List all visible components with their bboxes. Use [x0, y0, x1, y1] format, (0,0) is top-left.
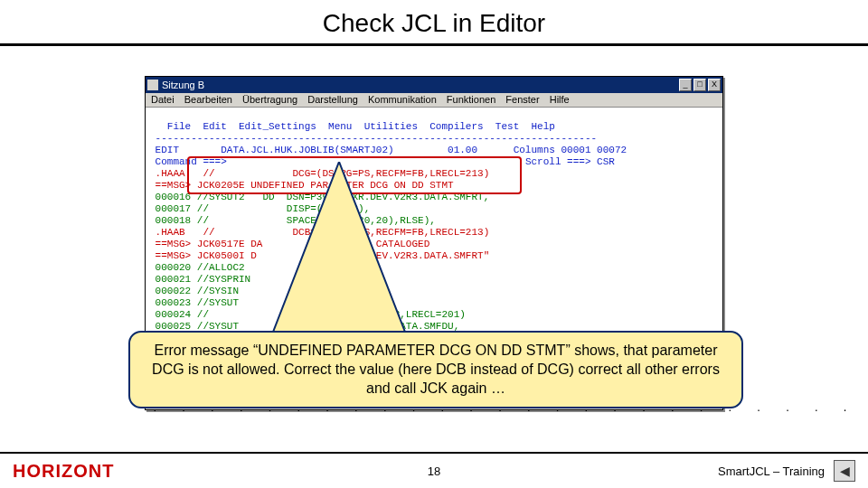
code-line: ==MSG> JCK0205E UNDEFINED PARAMETER DCG … — [149, 180, 454, 191]
divider: ----------------------------------------… — [149, 133, 597, 144]
close-button[interactable]: X — [708, 79, 721, 91]
ispf-menu[interactable]: File Edit Edit_Settings Menu Utilities C… — [149, 121, 555, 132]
edit-label: EDIT DATA.JCL.HUK.JOBLIB(SMARTJ02) 01.00 — [149, 145, 514, 155]
code-line: 000018 // SPACE=(TRK,(20,20),RLSE), — [149, 215, 436, 226]
maximize-button[interactable]: □ — [693, 79, 706, 91]
title-underline — [0, 43, 868, 46]
code-line: 000024 // ORG=PS,RECFM=FB,LRECL=201) — [149, 309, 466, 320]
brand-logo: HORIZONT — [13, 461, 114, 482]
menu-item[interactable]: Übertragung — [242, 94, 297, 105]
code-line: ==MSG> JCK0517E DA IS ALREADY CATALOGED — [149, 239, 429, 249]
menu-item[interactable]: Datei — [151, 94, 175, 105]
callout-box: Error message “UNDEFINED PARAMETER DCG O… — [128, 331, 743, 408]
code-line: 000016 //SYSUT2 DD DSN=P390A.XXR.DEV.V2R… — [149, 192, 489, 202]
window-icon — [147, 80, 158, 90]
menu-item[interactable]: Darstellung — [307, 94, 358, 105]
menu-item[interactable]: Kommunikation — [368, 94, 437, 105]
code-line: 000017 // DISP=(,CATLG), — [149, 203, 370, 214]
code-line: 000021 //SYSPRIN T=* — [149, 274, 322, 285]
code-line: .HAAB // DCB=(DSORG=PS,RECFM=FB,LRECL=21… — [149, 227, 489, 238]
command-prompt[interactable]: Command ===> — [149, 156, 525, 167]
slide-title: Check JCL in Editor — [0, 0, 868, 43]
minimize-button[interactable]: _ — [679, 79, 692, 91]
doc-title: SmartJCL – Training — [718, 465, 825, 478]
scroll-label: Scroll ===> CSR — [525, 156, 621, 167]
columns-label: Columns 00001 00072 — [514, 145, 627, 155]
nav-back-button[interactable]: ◀ — [834, 460, 855, 482]
code-line: .HAAA // DCG=(DSORG=PS,RECFM=FB,LRECL=21… — [149, 168, 489, 179]
menu-item[interactable]: Bearbeiten — [184, 94, 232, 105]
window-menubar[interactable]: Datei Bearbeiten Übertragung Darstellung… — [146, 93, 722, 108]
code-line: 000023 //SYSUT BLKSIZE=201, — [149, 297, 376, 308]
window-title: Sitzung B — [162, 80, 204, 90]
code-line: 000020 //ALLOC2 M=IEBGENER — [149, 262, 364, 273]
menu-item[interactable]: Fenster — [505, 94, 539, 105]
window-titlebar: Sitzung B _ □ X — [146, 77, 722, 93]
footer: HORIZONT 18 SmartJCL – Training ◀ — [0, 452, 868, 488]
arrow-left-icon: ◀ — [840, 464, 850, 478]
menu-item[interactable]: Funktionen — [447, 94, 495, 105]
code-line: 000022 //SYSIN — [149, 286, 239, 296]
menu-item[interactable]: Hilfe — [550, 94, 570, 105]
page-number: 18 — [428, 465, 440, 478]
code-line: ==MSG> JCK0500I D 390A.XXR.DEV.V2R3.DATA… — [149, 250, 489, 261]
